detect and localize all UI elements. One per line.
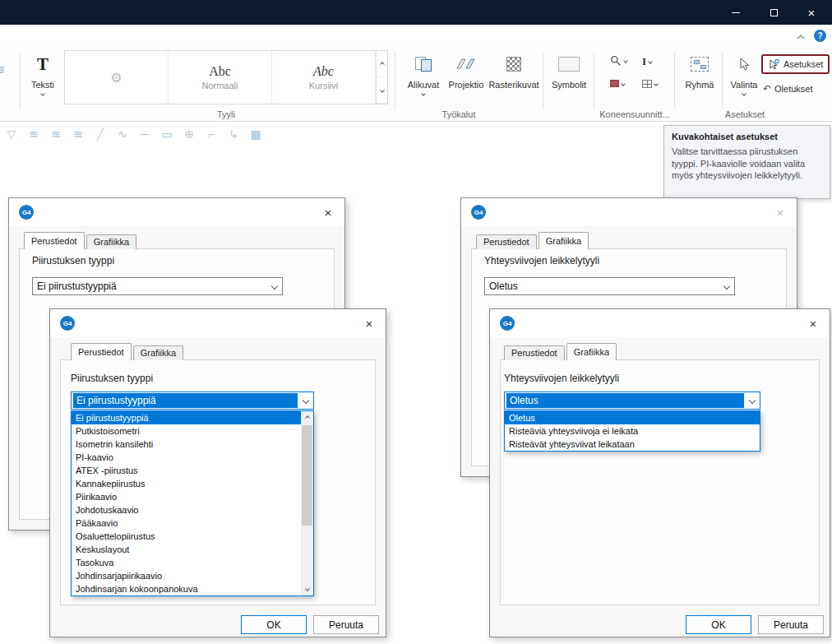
cancel-button[interactable]: Peruuta [313, 615, 379, 634]
dash-line-icon[interactable]: ─ [136, 125, 153, 143]
rasterikuvat-button[interactable]: Rasterikuvat [487, 51, 541, 90]
teksti-label: Teksti [31, 80, 54, 90]
style-gallery-kursiivi-cell[interactable]: Abc Kursiivi [272, 51, 376, 104]
corner-line-icon[interactable]: ⌐ [203, 125, 220, 143]
close-button[interactable]: × [793, 0, 830, 25]
chevron-up-icon [380, 62, 385, 67]
style-gallery-normaali-cell[interactable]: Abc Normaali [169, 51, 272, 104]
center-mark-icon[interactable]: ⊕ [181, 125, 197, 143]
dialog-close-button[interactable]: × [361, 315, 377, 331]
scroll-up-button[interactable] [301, 411, 313, 424]
teksti-button[interactable]: T Teksti [25, 51, 61, 95]
chevron-down-icon[interactable] [266, 278, 282, 294]
zoom-region-icon[interactable]: ▭ [159, 125, 175, 143]
list-item[interactable]: Johdinsarjapiirikaavio [72, 569, 301, 582]
list-item[interactable]: PI-kaavio [72, 451, 301, 464]
group-label-tyokalut: Työkalut [401, 109, 516, 119]
raster-region-icon[interactable]: ▦ [247, 125, 264, 143]
text-cursor-button[interactable]: I [642, 55, 652, 68]
scroll-down-button[interactable] [301, 582, 313, 595]
minimize-icon [732, 12, 740, 13]
grid-tool-button[interactable] [642, 80, 658, 88]
list-item[interactable]: Piirikaavio [72, 490, 301, 503]
list-item[interactable]: Risteäviä yhteysviivoja ei leikata [505, 424, 760, 438]
collapse-ribbon-button[interactable] [794, 32, 807, 42]
cancel-button[interactable]: Peruuta [758, 615, 824, 634]
dialog-titlebar[interactable]: G4 × [50, 309, 386, 337]
drawing-type-combobox[interactable]: Ei piirustustyyppiä [71, 391, 314, 410]
list-item[interactable]: Keskuslayout [72, 543, 301, 556]
dialog-close-button[interactable]: × [805, 315, 821, 331]
wave-line-icon[interactable]: ∿ [114, 125, 131, 143]
chevron-down-icon[interactable] [298, 392, 313, 409]
diagonal-line-icon[interactable]: ╱ [92, 125, 109, 143]
symbolit-button[interactable]: Symbolit [548, 51, 590, 90]
filter-icon[interactable]: ▽ [3, 125, 20, 143]
hatch-lines3-icon[interactable]: ≋ [70, 125, 86, 143]
branch-arrow-icon[interactable]: ↳ [225, 125, 242, 143]
drawing-type-combobox[interactable]: Ei piirustustyyppiä [32, 277, 283, 295]
ok-button[interactable]: OK [241, 615, 307, 634]
dialog-line-style-front: G4 × Perustiedot Grafiikka Yhteysviivoje… [489, 308, 830, 637]
dialog-titlebar[interactable]: G4 × [490, 309, 830, 337]
asetukset-button[interactable]: Asetukset [761, 54, 830, 74]
dialog-titlebar[interactable]: G4 × [9, 198, 344, 226]
list-item[interactable]: Johdotuskaavio [72, 503, 301, 517]
minimize-button[interactable] [718, 0, 754, 25]
list-item[interactable]: Putkistoisometri [72, 424, 301, 438]
dialog-close-button[interactable]: × [772, 204, 788, 220]
alikuvat-button[interactable]: Alikuvat [401, 51, 446, 95]
dialog-titlebar[interactable]: G4 × [461, 198, 797, 226]
ok-button[interactable]: OK [686, 615, 751, 634]
gallery-scroll-up-button[interactable] [377, 51, 387, 77]
style-gallery-default-cell[interactable]: ⚙ [65, 51, 169, 104]
tab-grafiikka[interactable]: Grafiikka [566, 343, 617, 360]
list-item[interactable]: Risteävät yhteysviivat leikataan [505, 438, 760, 451]
list-item[interactable]: Johdinsarjan kokoonpanokuva [72, 582, 301, 595]
oletukset-button[interactable]: ↶ Oletukset [763, 83, 813, 95]
chevron-down-icon [654, 81, 659, 86]
measure-zoom-button[interactable] [610, 55, 627, 67]
projektio-button[interactable]: Projektio [446, 51, 486, 90]
ribbon-separator [674, 52, 675, 109]
line-style-combobox[interactable]: Oletus [504, 391, 760, 410]
gallery-scroll-down-button[interactable] [377, 77, 387, 104]
valinta-button[interactable]: Valinta [725, 51, 763, 95]
dialog-close-button[interactable]: × [320, 204, 336, 220]
ryhma-button[interactable]: Ryhmä [679, 51, 720, 90]
scrollbar-thumb[interactable] [302, 425, 312, 526]
machine-tool-button[interactable] [610, 80, 625, 87]
valinta-label: Valinta [731, 80, 758, 90]
tab-perustiedot[interactable]: Perustiedot [24, 232, 85, 249]
list-item[interactable]: Tasokuva [72, 556, 301, 569]
alikuvat-label: Alikuvat [408, 80, 440, 90]
line-style-combobox[interactable]: Oletus [484, 277, 735, 295]
droplist-items: Oletus Risteäviä yhteysviivoja ei leikat… [505, 411, 760, 451]
list-item[interactable]: Isometrin kansilehti [72, 438, 301, 451]
list-item[interactable]: Ei piirustustyyppiä [72, 411, 301, 424]
hatch-lines2-icon[interactable]: ≋ [48, 125, 64, 143]
list-item[interactable]: Kannakepiirustus [72, 477, 301, 490]
list-item[interactable]: Oletus [505, 411, 760, 424]
help-button[interactable]: ? [814, 30, 826, 42]
maximize-icon [770, 9, 778, 16]
list-item[interactable]: Pääkaavio [72, 517, 301, 530]
tab-grafiikka[interactable]: Grafiikka [86, 234, 136, 249]
tab-grafiikka[interactable]: Grafiikka [133, 345, 183, 360]
list-item[interactable]: ATEX -piirustus [72, 464, 301, 477]
group-label-asetukset: Asetukset [699, 109, 791, 119]
maximize-button[interactable] [756, 0, 792, 25]
tab-perustiedot[interactable]: Perustiedot [476, 234, 537, 249]
list-scrollbar[interactable] [301, 411, 313, 595]
hatch-lines-icon[interactable]: ≋ [25, 125, 42, 143]
window-titlebar[interactable]: × [0, 0, 832, 25]
tab-perustiedot[interactable]: Perustiedot [504, 345, 565, 360]
dialog-tabs: Perustiedot Grafiikka [504, 343, 618, 360]
asetukset-label: Asetukset [783, 59, 823, 69]
chevron-down-icon[interactable] [719, 278, 734, 294]
list-item[interactable]: Osaluettelopiirustus [72, 530, 301, 543]
tab-grafiikka[interactable]: Grafiikka [538, 232, 589, 249]
chevron-down-icon[interactable] [744, 392, 760, 409]
close-icon: × [808, 7, 816, 19]
tab-perustiedot[interactable]: Perustiedot [71, 343, 132, 360]
